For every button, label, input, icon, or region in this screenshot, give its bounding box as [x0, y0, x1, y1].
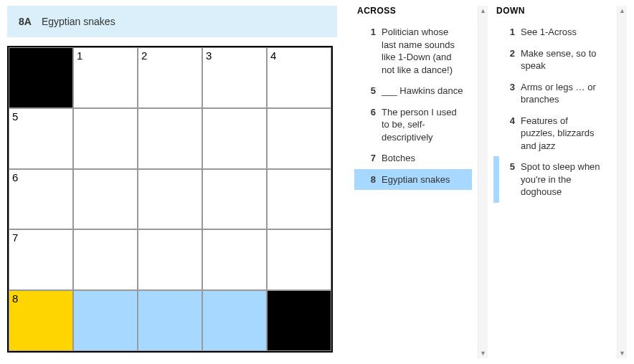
down-heading: DOWN	[493, 6, 611, 16]
cell-number: 8	[12, 292, 18, 305]
clue-item[interactable]: 5___ Hawkins dance	[354, 80, 472, 102]
cell-number: 4	[270, 49, 276, 62]
clue-number: 7	[360, 152, 376, 165]
scroll-up-icon[interactable]: ▲	[478, 6, 488, 16]
grid-cell-black	[267, 290, 331, 351]
cell-number: 2	[141, 49, 147, 62]
grid-cell[interactable]	[73, 290, 138, 351]
clue-text: Politician whose last name sounds like 1…	[382, 26, 468, 76]
clue-item[interactable]: 4Features of puzzles, blizzards and jazz	[493, 110, 611, 157]
current-clue-bar: 8AEgyptian snakes	[7, 6, 337, 37]
cell-number: 1	[77, 49, 82, 62]
crossword-grid[interactable]: 12345678	[7, 46, 333, 353]
clue-text: Make sense, so to speak	[521, 47, 607, 72]
puzzle-panel: 8AEgyptian snakes 12345678	[7, 6, 337, 358]
cell-number: 3	[206, 49, 212, 62]
grid-cell[interactable]: 5	[9, 108, 73, 169]
clue-text: Spot to sleep when you're in the doghous…	[521, 161, 607, 198]
grid-cell[interactable]	[73, 169, 138, 230]
down-clue-list[interactable]: 1See 1-Across2Make sense, so to speak3Ar…	[493, 21, 611, 358]
grid-cell[interactable]	[267, 108, 331, 169]
clue-item[interactable]: 7Botches	[354, 148, 472, 169]
clue-text: Arms or legs … or branches	[521, 81, 607, 106]
grid-cell-black	[9, 47, 73, 108]
grid-cell[interactable]	[138, 290, 202, 351]
grid-cell[interactable]: 7	[9, 229, 73, 290]
clue-text: Egyptian snakes	[382, 173, 468, 186]
clue-item[interactable]: 1Politician whose last name sounds like …	[354, 21, 472, 80]
clue-text: See 1-Across	[521, 26, 607, 39]
grid-cell[interactable]	[267, 169, 331, 230]
grid-row: 6	[9, 169, 331, 230]
grid-cell[interactable]	[138, 108, 202, 169]
clue-number: 4	[499, 115, 515, 153]
grid-cell[interactable]: 6	[9, 169, 73, 230]
clue-number: 6	[360, 106, 376, 144]
grid-cell[interactable]	[138, 229, 202, 290]
grid-cell[interactable]	[202, 108, 267, 169]
across-scrollbar[interactable]: ▲ ▼	[478, 6, 488, 358]
clue-number: 1	[360, 26, 376, 76]
across-column: ACROSS 1Politician whose last name sound…	[354, 6, 472, 358]
grid-cell[interactable]	[202, 290, 267, 351]
cell-number: 6	[12, 171, 18, 183]
clue-number: 8	[360, 173, 376, 186]
clue-text: Botches	[382, 152, 468, 165]
cell-number: 5	[12, 110, 18, 123]
clue-panels: ACROSS 1Politician whose last name sound…	[337, 6, 627, 358]
clue-number: 1	[499, 26, 515, 39]
grid-cell[interactable]	[267, 229, 331, 290]
grid-row: 1234	[9, 47, 331, 108]
clue-item[interactable]: 2Make sense, so to speak	[493, 43, 611, 77]
grid-cell[interactable]	[202, 229, 267, 290]
clue-item[interactable]: 8Egyptian snakes	[354, 169, 472, 191]
down-scrollbar[interactable]: ▲ ▼	[617, 6, 627, 358]
grid-cell[interactable]: 4	[267, 47, 331, 108]
current-clue-label: 8A	[19, 16, 32, 27]
scroll-down-icon[interactable]: ▼	[618, 348, 627, 358]
clue-number: 3	[499, 81, 515, 106]
grid-cell[interactable]: 2	[138, 47, 202, 108]
grid-row: 5	[9, 108, 331, 169]
clue-number: 5	[360, 85, 376, 97]
cell-number: 7	[12, 231, 18, 244]
clue-item[interactable]: 5Spot to sleep when you're in the doghou…	[493, 156, 611, 203]
grid-cell[interactable]	[138, 169, 202, 230]
scroll-up-icon[interactable]: ▲	[618, 6, 627, 16]
clue-number: 5	[499, 161, 515, 198]
grid-cell[interactable]	[73, 108, 138, 169]
down-column: DOWN 1See 1-Across2Make sense, so to spe…	[493, 6, 611, 358]
clue-text: ___ Hawkins dance	[382, 85, 468, 97]
grid-row: 8	[9, 290, 331, 351]
grid-cell[interactable]: 8	[9, 290, 73, 351]
clue-item[interactable]: 3Arms or legs … or branches	[493, 77, 611, 110]
current-clue-text: Egyptian snakes	[42, 16, 115, 27]
clue-text: The person I used to be, self-descriptiv…	[382, 106, 468, 144]
clue-item[interactable]: 6The person I used to be, self-descripti…	[354, 102, 472, 148]
grid-cell[interactable]	[73, 229, 138, 290]
grid-cell[interactable]	[202, 169, 267, 230]
across-heading: ACROSS	[354, 6, 472, 16]
scroll-down-icon[interactable]: ▼	[478, 348, 488, 358]
clue-text: Features of puzzles, blizzards and jazz	[521, 115, 607, 153]
clue-number: 2	[499, 47, 515, 72]
clue-item[interactable]: 1See 1-Across	[493, 21, 611, 43]
across-clue-list[interactable]: 1Politician whose last name sounds like …	[354, 21, 472, 358]
grid-row: 7	[9, 229, 331, 290]
grid-cell[interactable]: 3	[202, 47, 267, 108]
grid-cell[interactable]: 1	[73, 47, 138, 108]
